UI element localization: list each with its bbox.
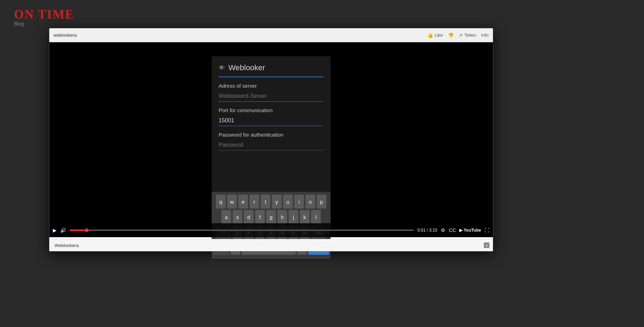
key-d[interactable]: d: [244, 210, 254, 224]
key-o[interactable]: o: [305, 195, 315, 209]
browser-tab-title: weblookera: [54, 32, 424, 38]
app-form-content: 👁 Weblooker Adress of server Port for co…: [212, 56, 331, 156]
key-e[interactable]: e: [238, 195, 248, 209]
password-label: Password for authentication: [219, 132, 324, 138]
browser-window: weblookera Like Teilen Info: [49, 28, 493, 252]
port-input[interactable]: [219, 115, 324, 126]
app-header: 👁 Weblooker: [219, 63, 324, 77]
key-g[interactable]: g: [266, 210, 276, 224]
site-logo: ON TIME: [14, 7, 74, 22]
progress-bar[interactable]: [70, 230, 414, 231]
video-title-bar: Weblookera x: [49, 239, 493, 251]
password-input[interactable]: [219, 140, 324, 151]
browser-actions: Like Teilen Info: [427, 32, 489, 38]
key-a[interactable]: a: [221, 210, 231, 224]
captions-button[interactable]: CC: [449, 227, 456, 233]
video-right-controls: ⚙ CC ▶ YouTube ⛶: [441, 227, 489, 233]
play-button[interactable]: ▶: [53, 227, 57, 233]
key-s[interactable]: s: [233, 210, 242, 224]
thumb-down-icon: [448, 32, 454, 38]
like-button[interactable]: Like: [427, 32, 443, 38]
key-t[interactable]: t: [261, 195, 270, 209]
key-i[interactable]: i: [294, 195, 304, 209]
server-input[interactable]: [219, 91, 324, 102]
share-icon: [459, 32, 463, 38]
key-j[interactable]: j: [289, 210, 298, 224]
fullscreen-button[interactable]: ⛶: [484, 227, 489, 233]
browser-toolbar: weblookera Like Teilen Info: [49, 28, 493, 42]
progress-dot: [85, 228, 89, 232]
server-label: Adress of server: [219, 83, 324, 89]
time-display: 0:01 / 3:15: [417, 228, 437, 233]
close-button[interactable]: x: [484, 242, 489, 248]
key-p[interactable]: p: [317, 195, 326, 209]
video-container[interactable]: 👁 Weblooker Adress of server Port for co…: [49, 42, 493, 237]
key-k[interactable]: k: [300, 210, 310, 224]
key-f[interactable]: f: [255, 210, 265, 224]
key-y[interactable]: y: [272, 195, 282, 209]
settings-button[interactable]: ⚙: [441, 227, 445, 233]
key-q[interactable]: q: [216, 195, 226, 209]
key-l[interactable]: l: [311, 210, 321, 224]
key-h[interactable]: h: [277, 210, 287, 224]
dislike-button[interactable]: [448, 32, 454, 38]
key-w[interactable]: w: [227, 195, 237, 209]
app-title: Weblooker: [228, 63, 265, 72]
app-icon: 👁: [219, 64, 225, 72]
keyboard-row-2: a s d f g h j k l: [213, 210, 329, 224]
progress-fill: [70, 230, 87, 231]
keyboard-row-1: q w e r t y u i o p: [213, 195, 329, 209]
thumb-up-icon: [427, 32, 433, 38]
volume-button[interactable]: 🔊: [60, 227, 66, 233]
youtube-logo: ▶ YouTube: [459, 228, 481, 233]
share-button[interactable]: Teilen: [459, 32, 476, 38]
key-u[interactable]: u: [283, 195, 293, 209]
video-controls: ▶ 🔊 0:01 / 3:15 ⚙ CC ▶ YouTube ⛶: [49, 223, 493, 237]
info-button[interactable]: Info: [481, 32, 489, 38]
port-label: Port for communication: [219, 107, 324, 113]
video-title: Weblookera: [55, 243, 79, 248]
site-nav: Blog: [14, 21, 24, 27]
key-r[interactable]: r: [249, 195, 259, 209]
